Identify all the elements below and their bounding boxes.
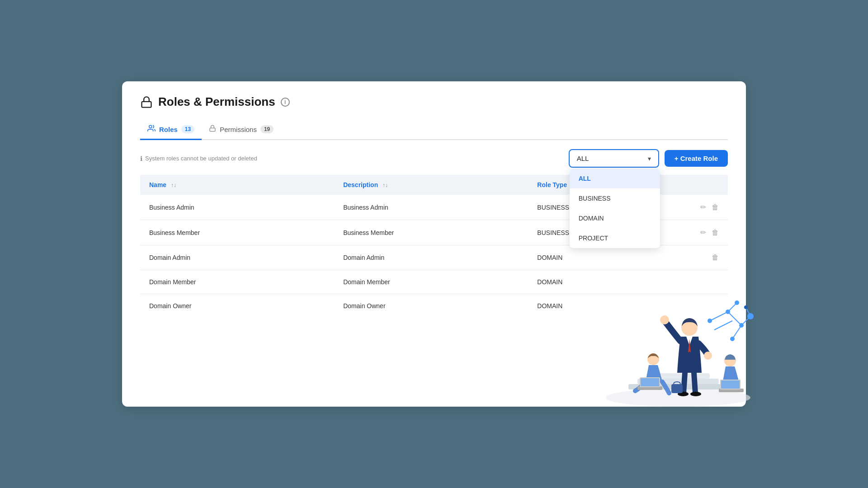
system-note-text: System roles cannot be updated or delete… (145, 155, 257, 162)
svg-rect-25 (720, 380, 741, 389)
tab-permissions-label: Permissions (220, 126, 257, 133)
name-sort-icon[interactable]: ↑↓ (171, 182, 176, 188)
row-actions (691, 294, 728, 318)
row-actions (691, 270, 728, 294)
filter-value: ALL (577, 155, 589, 162)
svg-rect-4 (628, 384, 728, 389)
row-actions: ✏ 🗑 (691, 195, 728, 220)
table-row: Domain Member Domain Member DOMAIN (140, 270, 728, 294)
permissions-icon (209, 125, 216, 134)
svg-rect-5 (637, 379, 719, 384)
create-role-button[interactable]: + Create Role (665, 150, 728, 167)
svg-point-12 (747, 313, 754, 319)
svg-rect-0 (142, 101, 151, 107)
svg-point-10 (730, 337, 735, 341)
dropdown-item-domain[interactable]: DOMAIN (570, 208, 660, 228)
toolbar-right: ALL ▾ ALL BUSINESS DOMAIN PROJECT + Crea… (569, 149, 728, 168)
delete-icon[interactable]: 🗑 (712, 229, 719, 237)
col-name: Name ↑↓ (140, 175, 334, 195)
row-actions: ✏ 🗑 (691, 220, 728, 245)
tabs-container: Roles 13 Permissions 19 (140, 120, 728, 140)
col-actions (691, 175, 728, 195)
toolbar: ℹ System roles cannot be updated or dele… (140, 149, 728, 168)
row-description: Business Member (334, 220, 528, 245)
svg-rect-6 (646, 373, 710, 379)
row-description: Domain Owner (334, 294, 528, 318)
svg-point-7 (708, 319, 712, 323)
svg-point-16 (704, 352, 712, 360)
dropdown-item-all[interactable]: ALL (570, 169, 660, 188)
row-description: Business Admin (334, 195, 528, 220)
roles-icon (147, 124, 156, 134)
lock-icon (140, 96, 153, 108)
row-name: Domain Owner (140, 294, 334, 318)
info-icon[interactable]: i (281, 98, 290, 107)
row-name: Business Admin (140, 195, 334, 220)
svg-point-9 (739, 323, 744, 328)
description-sort-icon[interactable]: ↑↓ (382, 182, 388, 188)
svg-rect-2 (210, 128, 215, 131)
svg-point-3 (606, 389, 750, 407)
svg-point-17 (678, 392, 689, 396)
table-row: Domain Owner Domain Owner DOMAIN (140, 294, 728, 318)
svg-rect-20 (637, 386, 662, 390)
filter-dropdown[interactable]: ALL ▾ ALL BUSINESS DOMAIN PROJECT (569, 149, 659, 168)
edit-icon[interactable]: ✏ (700, 228, 706, 237)
tab-permissions[interactable]: Permissions 19 (202, 120, 281, 140)
svg-point-23 (724, 355, 736, 366)
svg-point-13 (744, 305, 748, 309)
svg-rect-21 (640, 377, 660, 387)
row-actions: 🗑 (691, 245, 728, 270)
svg-rect-27 (671, 384, 683, 393)
dropdown-item-business[interactable]: BUSINESS (570, 188, 660, 208)
tab-roles-badge: 13 (181, 125, 194, 133)
row-role-type: DOMAIN (528, 294, 691, 318)
system-note: ℹ System roles cannot be updated or dele… (140, 155, 257, 162)
svg-point-14 (681, 319, 698, 336)
tab-permissions-badge: 19 (260, 125, 274, 133)
svg-point-1 (149, 125, 152, 128)
row-description: Domain Member (334, 270, 528, 294)
row-role-type: DOMAIN (528, 245, 691, 270)
col-description: Description ↑↓ (334, 175, 528, 195)
info-small-icon: ℹ (140, 155, 142, 162)
svg-point-11 (735, 300, 739, 305)
svg-point-19 (647, 353, 659, 365)
row-name: Domain Admin (140, 245, 334, 270)
page-title: Roles & Permissions (158, 95, 275, 109)
edit-icon[interactable]: ✏ (700, 203, 706, 211)
svg-rect-22 (641, 378, 659, 386)
dropdown-menu: ALL BUSINESS DOMAIN PROJECT (570, 169, 660, 248)
dropdown-item-project[interactable]: PROJECT (570, 228, 660, 248)
page-wrapper: Roles & Permissions i Roles 13 (0, 0, 868, 488)
row-name: Business Member (140, 220, 334, 245)
main-card: Roles & Permissions i Roles 13 (122, 81, 746, 407)
row-role-type: DOMAIN (528, 270, 691, 294)
row-description: Domain Admin (334, 245, 528, 270)
row-name: Domain Member (140, 270, 334, 294)
tab-roles-label: Roles (159, 126, 178, 133)
svg-rect-24 (719, 389, 744, 392)
tab-roles[interactable]: Roles 13 (140, 120, 202, 140)
svg-rect-26 (721, 380, 740, 389)
table-row: Domain Admin Domain Admin DOMAIN 🗑 (140, 245, 728, 270)
delete-icon[interactable]: 🗑 (712, 253, 719, 262)
chevron-down-icon: ▾ (648, 155, 651, 162)
svg-point-18 (690, 392, 701, 396)
delete-icon[interactable]: 🗑 (712, 203, 719, 211)
page-header: Roles & Permissions i (140, 95, 728, 109)
